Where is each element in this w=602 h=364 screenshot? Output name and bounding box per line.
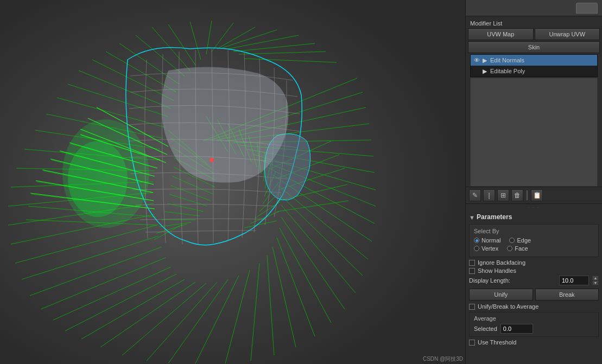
- svg-line-58: [211, 92, 363, 140]
- svg-line-50: [267, 167, 375, 223]
- svg-line-66: [71, 144, 157, 168]
- pin-tool-icon[interactable]: ✎: [469, 189, 481, 201]
- svg-line-5: [212, 23, 233, 52]
- unify-button[interactable]: Unify: [469, 289, 533, 301]
- ignore-backfacing-label: Ignore Backfacing: [478, 259, 525, 266]
- svg-line-49: [273, 175, 372, 241]
- svg-line-30: [41, 258, 166, 309]
- svg-point-114: [68, 141, 128, 217]
- display-length-label: Display Length:: [469, 277, 556, 284]
- spinner-down[interactable]: ▼: [592, 280, 599, 285]
- svg-line-16: [79, 71, 171, 108]
- toolbar-icons: ✎ | ⊞ 🗑 📋: [466, 187, 602, 204]
- stack-item-editable-poly[interactable]: ▶ Editable Poly: [471, 66, 597, 76]
- svg-line-12: [136, 35, 185, 76]
- svg-line-57: [217, 107, 366, 140]
- svg-line-62: [278, 168, 345, 190]
- svg-line-78: [174, 167, 215, 187]
- svg-line-69: [43, 171, 153, 193]
- mini-viewport-shape: [576, 3, 598, 14]
- svg-line-48: [277, 184, 368, 259]
- use-threshold-row: Use Threshold: [469, 339, 599, 346]
- svg-line-107: [36, 181, 154, 201]
- radio-vertex[interactable]: Vertex: [474, 245, 498, 252]
- show-handles-row: Show Handles: [469, 267, 599, 274]
- svg-line-25: [8, 203, 154, 225]
- svg-line-88: [206, 117, 228, 152]
- svg-line-31: [53, 267, 171, 320]
- svg-line-27: [15, 225, 156, 263]
- viewport[interactable]: CSDN @阿技3D: [0, 0, 465, 364]
- svg-line-92: [249, 136, 257, 167]
- parameters-section: ▼ Parameters Select By Normal Edge Verte…: [466, 211, 602, 364]
- svg-line-33: [81, 279, 185, 339]
- use-threshold-checkbox[interactable]: [469, 340, 475, 346]
- mini-viewport: [466, 0, 602, 16]
- rotate-tool-icon[interactable]: ⊞: [497, 189, 509, 201]
- svg-line-68: [52, 160, 154, 184]
- unify-break-average-checkbox[interactable]: [469, 304, 475, 310]
- svg-line-36: [147, 282, 217, 361]
- svg-line-52: [254, 155, 376, 190]
- svg-line-55: [232, 140, 371, 143]
- toolbar-separator: [527, 190, 528, 200]
- radio-normal[interactable]: Normal: [474, 237, 500, 244]
- svg-line-110: [88, 118, 167, 155]
- svg-line-21: [24, 149, 157, 160]
- svg-line-76: [173, 148, 214, 174]
- svg-line-99: [255, 202, 280, 218]
- average-group: Average Selected: [469, 312, 599, 337]
- watermark: CSDN @阿技3D: [423, 355, 463, 363]
- eye-icon: 👁: [473, 56, 480, 64]
- svg-point-113: [62, 119, 149, 228]
- display-length-input[interactable]: [559, 276, 589, 285]
- svg-line-51: [261, 160, 376, 206]
- parameters-header: ▼ Parameters: [469, 213, 599, 221]
- svg-line-6: [217, 27, 255, 49]
- stack-item-edit-normals[interactable]: 👁 ▶ Edit Normals: [471, 55, 597, 66]
- svg-line-20: [35, 130, 160, 149]
- unwrap-uvw-button[interactable]: Unwrap UVW: [535, 28, 600, 40]
- radio-vertex-label: Vertex: [481, 245, 498, 252]
- average-selected-label: Selected: [474, 325, 497, 332]
- uvw-map-button[interactable]: UVW Map: [468, 28, 534, 40]
- svg-line-72: [28, 206, 156, 217]
- svg-line-80: [171, 186, 211, 201]
- svg-line-39: [225, 270, 250, 363]
- svg-line-35: [122, 283, 206, 355]
- svg-line-1: [152, 27, 190, 71]
- svg-line-46: [281, 205, 356, 293]
- ignore-backfacing-checkbox[interactable]: [469, 260, 475, 266]
- svg-line-87: [154, 225, 182, 240]
- svg-line-97: [263, 182, 279, 204]
- move-tool-icon[interactable]: |: [483, 189, 495, 201]
- editable-poly-label: Editable Poly: [490, 68, 525, 74]
- svg-line-65: [81, 136, 160, 160]
- average-selected-input[interactable]: [500, 324, 533, 334]
- svg-line-64: [277, 201, 348, 212]
- copy-tool-icon[interactable]: 📋: [531, 189, 543, 201]
- svg-line-91: [239, 129, 251, 162]
- break-button[interactable]: Break: [535, 289, 599, 301]
- spinner-up[interactable]: ▲: [592, 276, 599, 280]
- ignore-backfacing-row: Ignore Backfacing: [469, 259, 599, 266]
- viewport-canvas: [0, 0, 465, 364]
- svg-line-28: [22, 236, 159, 279]
- radio-edge[interactable]: Edge: [509, 237, 531, 244]
- svg-line-38: [195, 276, 239, 363]
- modifier-buttons-row2: Skin: [468, 41, 600, 53]
- svg-line-37: [168, 279, 228, 363]
- svg-line-11: [244, 59, 337, 62]
- delete-tool-icon[interactable]: 🗑: [511, 189, 523, 201]
- svg-line-86: [156, 224, 187, 233]
- show-handles-checkbox[interactable]: [469, 268, 475, 274]
- svg-rect-0: [0, 0, 465, 364]
- svg-line-18: [57, 98, 166, 127]
- select-by-group: Select By Normal Edge Vertex F: [469, 224, 599, 257]
- radio-face[interactable]: Face: [507, 245, 528, 252]
- svg-line-90: [228, 124, 244, 157]
- svg-line-109: [97, 107, 168, 146]
- svg-line-74: [168, 130, 206, 163]
- skin-button[interactable]: Skin: [468, 41, 600, 53]
- svg-line-44: [280, 228, 331, 323]
